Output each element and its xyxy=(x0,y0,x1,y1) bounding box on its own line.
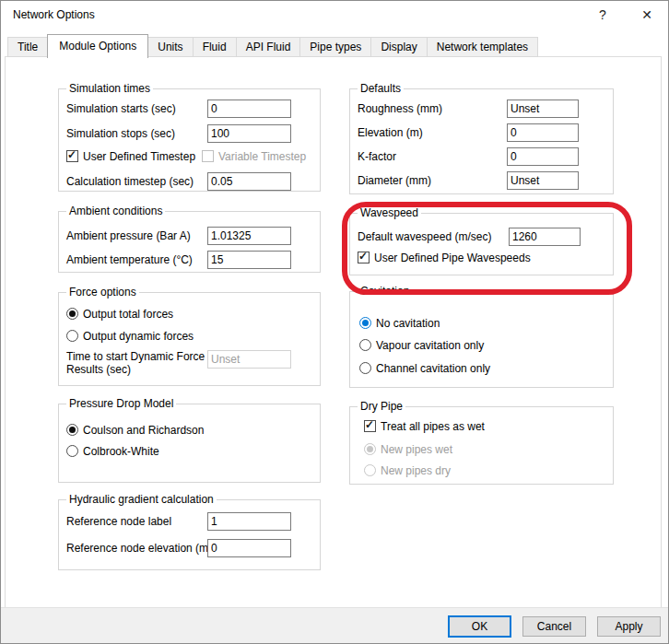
group-title-hydraulic: Hydraulic gradient calculation xyxy=(66,493,217,507)
new-pipes-wet-radio[interactable] xyxy=(364,443,376,455)
group-wavespeed: Wavespeed Default wavespeed (m/sec) ✓ Us… xyxy=(349,213,614,275)
group-force-options: Force options Output total forces Output… xyxy=(58,292,321,386)
group-title-cavitation: Cavitation xyxy=(358,285,412,299)
group-defaults: Defaults Roughness (mm) Elevation (m) K-… xyxy=(349,88,614,194)
no-cavitation-label: No cavitation xyxy=(376,317,440,330)
roughness-input[interactable] xyxy=(507,100,579,118)
output-dynamic-forces-radio[interactable] xyxy=(66,330,78,342)
colbrook-white-radio[interactable] xyxy=(66,445,78,457)
tab-api-fluid[interactable]: API Fluid xyxy=(236,37,301,57)
coulson-richardson-radio[interactable] xyxy=(66,424,78,436)
ambient-temperature-label: Ambient temperature (°C) xyxy=(66,253,193,266)
cancel-button[interactable]: Cancel xyxy=(522,616,586,637)
network-options-dialog: Network Options ? ✕ Title Module Options… xyxy=(0,0,669,644)
dynamic-force-time-input[interactable] xyxy=(207,350,291,369)
reference-node-elevation-input[interactable] xyxy=(207,539,291,557)
tab-module-options[interactable]: Module Options xyxy=(47,34,148,58)
variable-timestep-checkbox[interactable] xyxy=(202,150,214,162)
group-title-simulation-times: Simulation times xyxy=(66,82,153,96)
new-pipes-wet-label: New pipes wet xyxy=(381,443,452,456)
elevation-input[interactable] xyxy=(507,123,579,142)
variable-timestep-label: Variable Timestep xyxy=(218,150,306,163)
treat-all-pipes-wet-checkbox[interactable]: ✓ xyxy=(364,420,376,432)
group-title-dry-pipe: Dry Pipe xyxy=(358,400,405,414)
reference-node-label-label: Reference node label xyxy=(66,515,171,528)
group-cavitation: Cavitation No cavitation Vapour cavitati… xyxy=(349,291,614,388)
group-pressure-drop-model: Pressure Drop Model Coulson and Richards… xyxy=(58,404,321,483)
tab-display[interactable]: Display xyxy=(370,37,427,57)
elevation-label: Elevation (m) xyxy=(358,126,423,139)
output-dynamic-forces-label: Output dynamic forces xyxy=(83,330,194,343)
ok-button[interactable]: OK xyxy=(448,615,511,638)
channel-cavitation-label: Channel cavitation only xyxy=(376,362,490,375)
close-icon[interactable]: ✕ xyxy=(631,4,663,26)
default-wavespeed-label: Default wavespeed (m/sec) xyxy=(358,230,491,243)
tab-strip: Title Module Options Units Fluid API Flu… xyxy=(7,35,538,57)
user-defined-timestep-label: User Defined Timestep xyxy=(83,150,195,163)
reference-node-label-input[interactable] xyxy=(207,512,291,531)
reference-node-elevation-label: Reference node elevation (m) xyxy=(66,542,212,555)
vapour-cavitation-label: Vapour cavitation only xyxy=(376,339,484,352)
ambient-temperature-input[interactable] xyxy=(207,251,291,269)
new-pipes-dry-label: New pipes dry xyxy=(381,464,451,477)
kfactor-input[interactable] xyxy=(507,147,579,166)
output-total-forces-radio[interactable] xyxy=(66,308,78,320)
no-cavitation-radio[interactable] xyxy=(359,317,371,329)
kfactor-label: K-factor xyxy=(358,150,396,163)
simulation-starts-input[interactable] xyxy=(207,100,291,118)
simulation-stops-input[interactable] xyxy=(207,124,291,143)
window-title: Network Options xyxy=(13,8,95,21)
group-hydraulic-gradient: Hydraulic gradient calculation Reference… xyxy=(58,499,321,570)
group-ambient-conditions: Ambient conditions Ambient pressure (Bar… xyxy=(58,211,321,273)
coulson-richardson-label: Coulson and Richardson xyxy=(83,424,204,437)
group-title-ambient: Ambient conditions xyxy=(66,205,165,218)
checkmark-icon: ✓ xyxy=(358,250,368,263)
channel-cavitation-radio[interactable] xyxy=(359,362,371,374)
diameter-label: Diameter (mm) xyxy=(358,174,431,187)
checkmark-icon: ✓ xyxy=(365,418,374,431)
treat-all-pipes-wet-label: Treat all pipes as wet xyxy=(381,420,485,433)
ambient-pressure-label: Ambient pressure (Bar A) xyxy=(66,229,191,242)
apply-button[interactable]: Apply xyxy=(597,616,661,637)
new-pipes-dry-radio[interactable] xyxy=(364,464,376,476)
calculation-timestep-input[interactable] xyxy=(207,172,291,191)
user-defined-timestep-checkbox[interactable]: ✓ xyxy=(66,150,78,162)
tab-title[interactable]: Title xyxy=(7,37,48,57)
tab-units[interactable]: Units xyxy=(147,37,193,57)
diameter-input[interactable] xyxy=(507,171,579,190)
roughness-label: Roughness (mm) xyxy=(358,102,442,115)
tab-network-templates[interactable]: Network templates xyxy=(427,37,538,57)
output-total-forces-label: Output total forces xyxy=(83,308,173,321)
user-defined-pipe-wavespeeds-checkbox[interactable]: ✓ xyxy=(358,252,370,263)
dynamic-force-time-label: Time to start Dynamic Force Results (sec… xyxy=(66,350,206,376)
vapour-cavitation-radio[interactable] xyxy=(359,339,371,351)
colbrook-white-label: Colbrook-White xyxy=(83,445,159,458)
group-simulation-times: Simulation times Simulation starts (sec)… xyxy=(58,88,321,192)
checkmark-icon: ✓ xyxy=(67,148,76,161)
title-bar: Network Options ? ✕ xyxy=(1,1,668,29)
help-icon[interactable]: ? xyxy=(587,4,618,26)
tab-pipe-types[interactable]: Pipe types xyxy=(299,37,371,57)
default-wavespeed-input[interactable] xyxy=(509,228,581,246)
ambient-pressure-input[interactable] xyxy=(207,227,291,245)
group-dry-pipe: Dry Pipe ✓ Treat all pipes as wet New pi… xyxy=(349,406,614,485)
group-title-wavespeed: Wavespeed xyxy=(358,206,421,220)
group-title-pressure-drop: Pressure Drop Model xyxy=(66,397,176,411)
simulation-stops-label: Simulation stops (sec) xyxy=(66,127,175,140)
calculation-timestep-label: Calculation timestep (sec) xyxy=(66,175,194,188)
simulation-starts-label: Simulation starts (sec) xyxy=(66,102,176,115)
group-title-force: Force options xyxy=(66,286,139,299)
user-defined-pipe-wavespeeds-label: User Defined Pipe Wavespeeds xyxy=(374,252,531,264)
tab-fluid[interactable]: Fluid xyxy=(193,37,237,57)
group-title-defaults: Defaults xyxy=(358,82,404,96)
